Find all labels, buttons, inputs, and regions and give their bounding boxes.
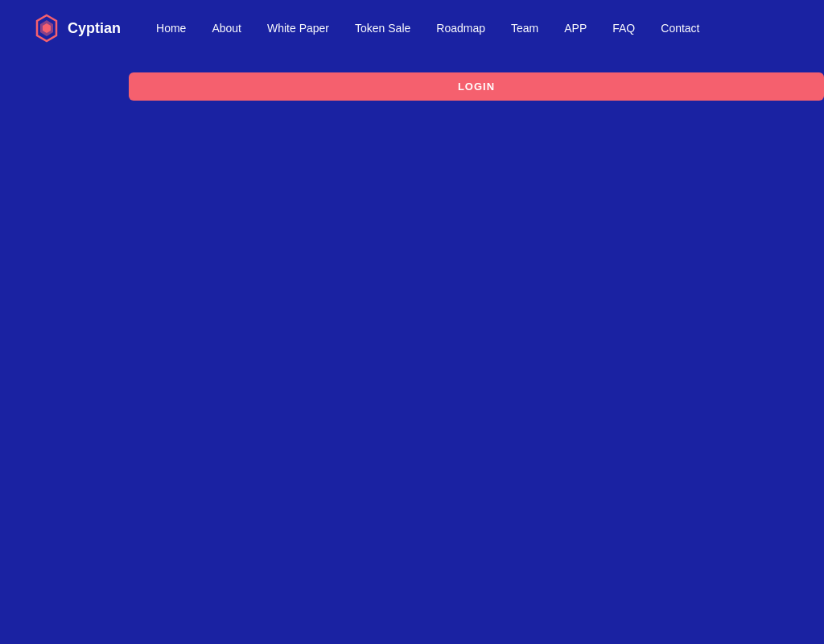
logo-icon [32, 14, 61, 43]
nav-item-whitepaper[interactable]: White Paper [256, 15, 340, 41]
site-header: Cyptian Home About White Paper Token Sal… [0, 0, 824, 56]
logo[interactable]: Cyptian [32, 14, 121, 43]
top-section: LOGIN [0, 56, 824, 101]
nav-item-roadmap[interactable]: Roadmap [425, 15, 496, 41]
nav-item-home[interactable]: Home [145, 15, 197, 41]
nav-item-app[interactable]: APP [553, 15, 598, 41]
nav-item-about[interactable]: About [200, 15, 253, 41]
login-button[interactable]: LOGIN [129, 72, 824, 101]
nav-item-contact[interactable]: Contact [649, 15, 711, 41]
logo-text: Cyptian [68, 20, 121, 37]
main-nav: Home About White Paper Token Sale Roadma… [145, 15, 792, 41]
nav-item-team[interactable]: Team [500, 15, 550, 41]
nav-item-tokensale[interactable]: Token Sale [344, 15, 422, 41]
nav-item-faq[interactable]: FAQ [601, 15, 646, 41]
